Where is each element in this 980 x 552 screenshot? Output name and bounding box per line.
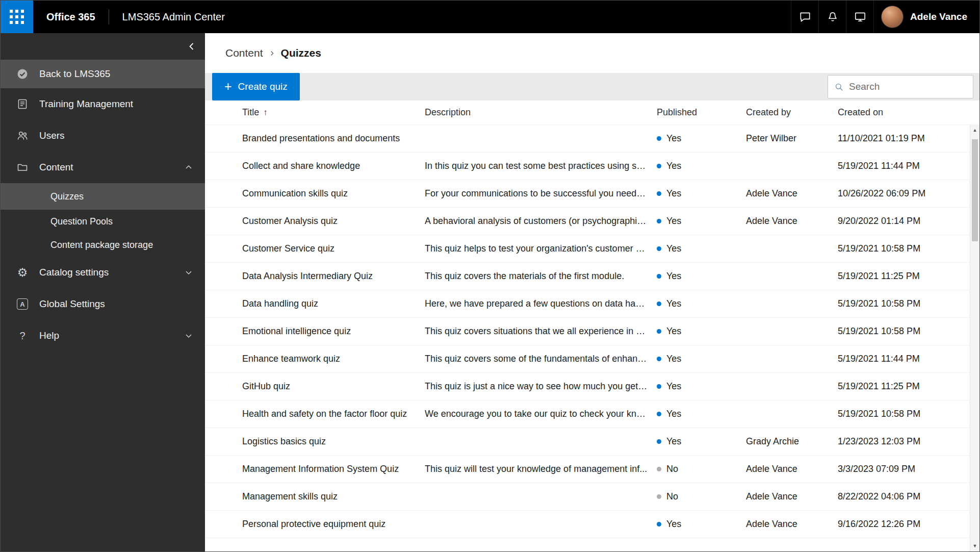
sidebar-item-label: Catalog settings <box>39 267 109 278</box>
column-header-label: Published <box>657 107 697 118</box>
sidebar-item-content[interactable]: Content <box>1 152 205 183</box>
column-header-title[interactable]: Title ↑ <box>242 107 425 118</box>
quiz-description-cell: This quiz covers the materials of the fi… <box>425 271 657 282</box>
quiz-row[interactable]: Branded presentations and documents Yes … <box>205 125 970 153</box>
quiz-description-cell: This quiz will test your knowledge of ma… <box>425 464 657 474</box>
published-cell: Yes <box>657 436 746 447</box>
published-label: Yes <box>666 354 681 364</box>
created-on-cell: 5/19/2021 11:25 PM <box>838 381 970 392</box>
sidebar-item-help[interactable]: ? Help <box>1 320 205 352</box>
quiz-row[interactable]: Health and safety on the factor floor qu… <box>205 400 970 428</box>
waffle-icon <box>10 10 24 24</box>
published-cell: Yes <box>657 519 746 530</box>
table-scrollbar[interactable]: ▲ ▼ <box>970 125 979 551</box>
topbar-divider <box>109 9 109 24</box>
quiz-row[interactable]: Customer Analysis quiz A behavioral anal… <box>205 208 970 235</box>
sidebar-item-label: Global Settings <box>39 298 105 310</box>
user-avatar <box>881 6 904 28</box>
column-header-description[interactable]: Description <box>425 107 657 118</box>
published-dot <box>657 219 661 223</box>
sidebar-collapse-button[interactable] <box>186 40 198 53</box>
sidebar-item-users[interactable]: Users <box>1 120 205 152</box>
published-dot <box>657 522 661 526</box>
published-dot <box>657 329 661 334</box>
quiz-row[interactable]: Collect and share knowledge In this quiz… <box>205 153 970 180</box>
scrollbar-thumb[interactable] <box>972 139 978 241</box>
created-on-cell: 5/19/2021 11:44 PM <box>838 354 970 364</box>
created-on-cell: 9/20/2022 01:14 PM <box>838 216 970 227</box>
sidebar-item-global-settings[interactable]: A Global Settings <box>1 288 205 320</box>
display-panel-button[interactable] <box>846 1 873 33</box>
quiz-row[interactable]: Personal protective equipment quiz Yes A… <box>205 511 970 538</box>
plus-icon: + <box>224 80 232 93</box>
published-label: Yes <box>666 519 681 530</box>
published-dot <box>657 357 661 361</box>
sidebar-item-catalog-settings[interactable]: ⚙ Catalog settings <box>1 257 205 288</box>
quiz-description-cell: This quiz helps to test your organizatio… <box>425 243 657 254</box>
quiz-row[interactable]: Logistics basics quiz Yes Grady Archie 1… <box>205 428 970 456</box>
quiz-row[interactable]: Management Information System Quiz This … <box>205 456 970 483</box>
quiz-title-cell: Customer Analysis quiz <box>242 216 425 227</box>
search-box[interactable] <box>828 75 973 98</box>
monitor-icon <box>854 10 867 23</box>
quiz-title-cell: Management skills quiz <box>242 491 425 502</box>
chat-button[interactable] <box>791 1 818 33</box>
quiz-row[interactable]: Customer Service quiz This quiz helps to… <box>205 235 970 263</box>
account-menu[interactable]: Adele Vance <box>873 1 979 33</box>
created-on-cell: 5/19/2021 11:25 PM <box>838 271 970 282</box>
app-launcher-button[interactable] <box>1 1 33 33</box>
published-label: Yes <box>666 298 681 309</box>
search-input[interactable] <box>849 81 967 92</box>
sidebar-item-label: Training Management <box>39 98 133 110</box>
quiz-description-cell: Here, we have prepared a few questions o… <box>425 298 657 309</box>
bell-icon <box>826 10 839 23</box>
breadcrumb: Content Quizzes <box>205 33 979 73</box>
quiz-description-cell: We encourage you to take our quiz to che… <box>425 409 657 419</box>
published-label: Yes <box>666 271 681 282</box>
breadcrumb-content-link[interactable]: Content <box>225 47 263 59</box>
quiz-title-cell: Branded presentations and documents <box>242 133 425 144</box>
quiz-row[interactable]: Communication skills quiz For your commu… <box>205 180 970 208</box>
published-dot <box>657 494 661 499</box>
quiz-row[interactable]: Data Analysis Intermediary Quiz This qui… <box>205 263 970 290</box>
published-label: Yes <box>666 381 681 392</box>
created-on-cell: 1/23/2023 12:03 PM <box>838 436 970 447</box>
created-by-cell: Grady Archie <box>746 436 838 447</box>
sidebar-item-question-pools[interactable]: Question Pools <box>1 210 205 233</box>
sidebar-item-back-to-lms365[interactable]: Back to LMS365 <box>1 60 205 88</box>
quiz-row[interactable]: Emotional intelligence quiz This quiz co… <box>205 318 970 345</box>
published-label: Yes <box>666 161 681 171</box>
quiz-row[interactable]: Data handling quiz Here, we have prepare… <box>205 290 970 318</box>
created-by-cell: Adele Vance <box>746 519 838 530</box>
sidebar-item-content-package-storage[interactable]: Content package storage <box>1 233 205 257</box>
column-header-label: Created by <box>746 107 791 118</box>
user-name: Adele Vance <box>910 11 967 22</box>
column-header-published[interactable]: Published <box>657 107 746 118</box>
admin-a-icon: A <box>16 298 29 310</box>
published-cell: Yes <box>657 133 746 144</box>
quiz-title-cell: Management Information System Quiz <box>242 464 425 474</box>
chevron-down-icon <box>184 267 194 278</box>
created-on-cell: 5/19/2021 10:58 PM <box>838 243 970 254</box>
quiz-row[interactable]: GitHub quiz This quiz is just a nice way… <box>205 373 970 400</box>
published-label: Yes <box>666 409 681 419</box>
office-365-brand[interactable]: Office 365 <box>46 11 95 23</box>
column-header-created-by[interactable]: Created by <box>746 107 838 118</box>
topbar-right-group: Adele Vance <box>791 1 979 33</box>
sidebar-item-label: Users <box>39 130 65 141</box>
quiz-title-cell: Communication skills quiz <box>242 188 425 199</box>
chat-icon <box>798 10 812 23</box>
sidebar-item-training-management[interactable]: Training Management <box>1 88 205 120</box>
sidebar-item-quizzes[interactable]: Quizzes <box>1 183 205 210</box>
scrollbar-down-arrow[interactable]: ▼ <box>970 541 979 551</box>
quiz-title-cell: Data handling quiz <box>242 298 425 309</box>
notifications-button[interactable] <box>818 1 846 33</box>
quiz-title-cell: Emotional intelligence quiz <box>242 326 425 337</box>
create-quiz-button[interactable]: + Create quiz <box>212 73 300 101</box>
quiz-row[interactable]: Enhance teamwork quiz This quiz covers s… <box>205 345 970 373</box>
created-on-cell: 11/10/2021 01:19 PM <box>838 133 970 144</box>
quiz-row[interactable]: Management skills quiz No Adele Vance 8/… <box>205 483 970 511</box>
column-header-created-on[interactable]: Created on <box>838 107 970 118</box>
scrollbar-up-arrow[interactable]: ▲ <box>970 125 979 135</box>
created-by-cell: Adele Vance <box>746 464 838 474</box>
